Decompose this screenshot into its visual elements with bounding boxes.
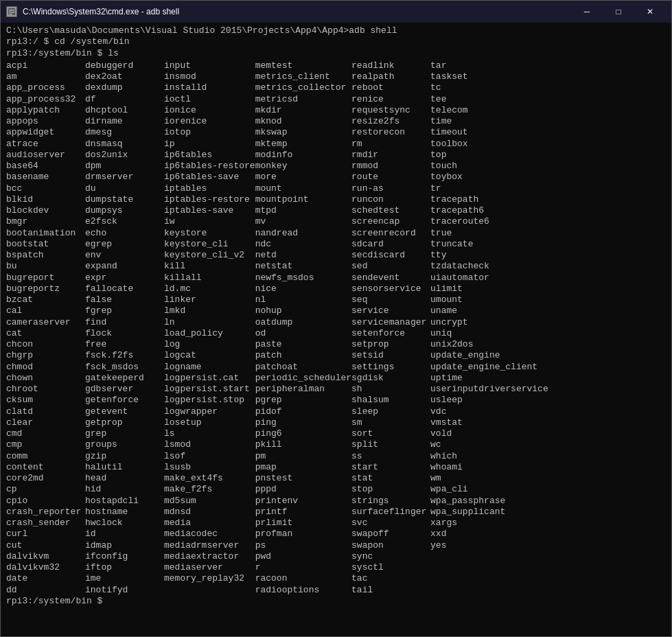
list-item: bu <box>6 261 85 272</box>
list-item: mktemp <box>255 139 351 150</box>
list-item: cmp <box>6 439 85 450</box>
list-item: update_engine <box>430 350 548 361</box>
list-item: more <box>255 172 351 183</box>
list-item: netd <box>255 250 351 261</box>
list-item: newfs_msdos <box>255 273 351 283</box>
list-item: vold <box>430 428 548 439</box>
list-item: ndc <box>255 239 351 250</box>
list-item: crash_reporter <box>6 507 85 518</box>
list-item: userinputdriverservice <box>430 384 548 395</box>
list-item: svc <box>351 518 430 529</box>
minimize-button[interactable]: ─ <box>571 1 603 23</box>
list-item: dex2oat <box>85 71 164 82</box>
list-item: time <box>430 116 548 127</box>
list-item: ps <box>255 540 351 551</box>
list-item: secdiscard <box>351 250 430 261</box>
list-item: appwidget <box>6 127 85 138</box>
list-item: fallocate <box>85 283 164 294</box>
list-item: idmap <box>85 540 164 551</box>
list-item: kill <box>164 261 255 272</box>
svg-rect-2 <box>9 12 14 13</box>
list-item: wpa_supplicant <box>430 507 548 518</box>
list-item: getevent <box>85 406 164 417</box>
list-item: comm <box>6 451 85 462</box>
list-item: md5sum <box>164 496 255 507</box>
list-item: iotop <box>164 127 255 138</box>
list-item: lsof <box>164 451 255 462</box>
list-item: pwd <box>255 551 351 562</box>
col-1: acpiamapp_processapp_process32applypatch… <box>6 60 85 596</box>
list-item: ime <box>85 573 164 584</box>
list-item: nohup <box>255 305 351 316</box>
list-item: blkid <box>6 194 85 205</box>
list-item: setsid <box>351 350 430 361</box>
list-item: restorecon <box>351 127 430 138</box>
list-item: metrics_client <box>255 71 351 82</box>
list-item: pkill <box>255 439 351 450</box>
list-item: resize2fs <box>351 116 430 127</box>
ls-line: rpi3:/system/bin $ ls <box>6 48 666 59</box>
list-item: lmkd <box>164 305 255 316</box>
list-item: crash_sender <box>6 518 85 529</box>
list-item: seq <box>351 294 430 305</box>
list-item: chroot <box>6 384 85 395</box>
list-item: memtest <box>255 60 351 71</box>
list-item: iftop <box>85 562 164 573</box>
list-item: fsck_msdos <box>85 362 164 373</box>
list-item: vmstat <box>430 417 548 428</box>
list-item: gzip <box>85 451 164 462</box>
list-item: bootstat <box>6 239 85 250</box>
list-item: reboot <box>351 82 430 93</box>
list-item: dmesg <box>85 127 164 138</box>
list-item: settings <box>351 362 430 373</box>
close-button[interactable]: ✕ <box>634 1 666 23</box>
list-item: ld.mc <box>164 283 255 294</box>
list-item: ip6tables-restore <box>164 161 255 172</box>
list-item: grep <box>85 428 164 439</box>
list-item: iptables <box>164 183 255 194</box>
list-item: input <box>164 60 255 71</box>
list-item: insmod <box>164 71 255 82</box>
list-item: sendevent <box>351 273 430 283</box>
list-item: logpersist.cat <box>164 373 255 384</box>
list-item: keystore <box>164 228 255 239</box>
list-item: cksum <box>6 395 85 406</box>
list-item: lsusb <box>164 462 255 473</box>
list-item: core2md <box>6 473 85 484</box>
list-item: periodic_scheduler <box>255 373 351 384</box>
terminal[interactable]: C:\Users\masuda\Documents\Visual Studio … <box>1 23 671 636</box>
maximize-button[interactable]: □ <box>603 1 634 23</box>
list-item: egrep <box>85 239 164 250</box>
list-item: flock <box>85 328 164 339</box>
list-item: profman <box>255 529 351 540</box>
list-item: ifconfig <box>85 551 164 562</box>
list-item: xxd <box>430 529 548 540</box>
list-item: mediacodec <box>164 529 255 540</box>
list-item: content <box>6 462 85 473</box>
list-item: bmgr <box>6 216 85 227</box>
list-item: tracepath6 <box>430 205 548 216</box>
list-item: linker <box>164 294 255 305</box>
list-item: monkey <box>255 161 351 172</box>
window: C:\Windows\System32\cmd.exe - adb shell … <box>0 0 672 637</box>
list-item: date <box>6 573 85 584</box>
list-item: mknod <box>255 116 351 127</box>
list-item: dumpstate <box>85 194 164 205</box>
list-item: hwclock <box>85 518 164 529</box>
list-item: setenforce <box>351 328 430 339</box>
list-item: sensorservice <box>351 283 430 294</box>
list-item: chown <box>6 373 85 384</box>
list-item: renice <box>351 94 430 105</box>
list-item: mkdir <box>255 105 351 116</box>
list-item: r <box>255 562 351 573</box>
list-item: pnstest <box>255 473 351 484</box>
list-item: cp <box>6 484 85 495</box>
list-item: bugreport <box>6 273 85 283</box>
list-item: cmd <box>6 428 85 439</box>
list-item: memory_replay32 <box>164 573 255 584</box>
list-item: mountpoint <box>255 194 351 205</box>
list-item: logcat <box>164 350 255 361</box>
list-item: pgrep <box>255 395 351 406</box>
list-item: run-as <box>351 183 430 194</box>
title-bar: C:\Windows\System32\cmd.exe - adb shell … <box>1 1 671 23</box>
